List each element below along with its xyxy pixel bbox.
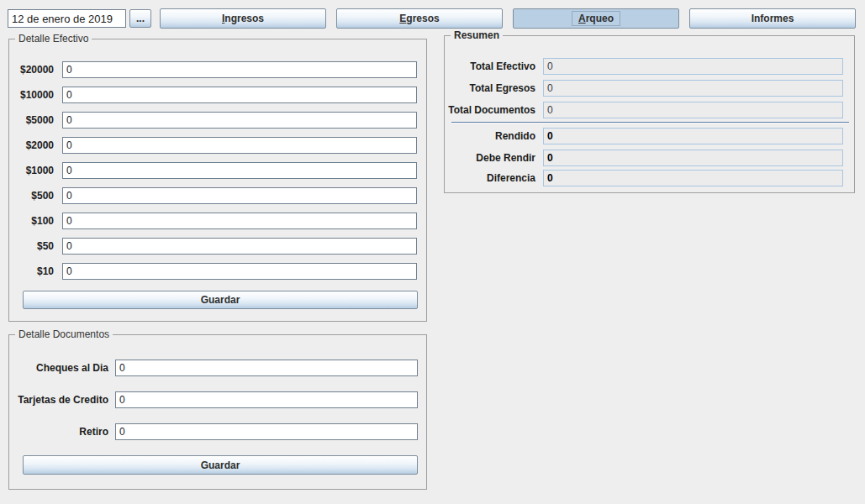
guardar-efectivo-label: Guardar bbox=[201, 294, 240, 306]
diferencia-value: 0 bbox=[543, 170, 843, 186]
nav-ingresos-label: Ingresos bbox=[222, 13, 264, 24]
guardar-documentos-label: Guardar bbox=[201, 459, 240, 471]
denom-1000-label: $1000 bbox=[9, 162, 54, 179]
total-egresos-label: Total Egresos bbox=[445, 80, 535, 97]
denom-500-input[interactable] bbox=[62, 187, 417, 204]
total-documentos-label: Total Documentos bbox=[445, 102, 535, 118]
rendido-label: Rendido bbox=[445, 128, 535, 144]
nav-egresos-label: Egresos bbox=[399, 13, 439, 24]
tarjetas-label: Tarjetas de Credito bbox=[9, 391, 108, 408]
denom-2000-label: $2000 bbox=[9, 137, 54, 154]
detalle-documentos-panel: Detalle Documentos Cheques al Dia Tarjet… bbox=[8, 334, 427, 490]
denom-10000-label: $10000 bbox=[9, 87, 54, 103]
detalle-documentos-title: Detalle Documentos bbox=[15, 328, 113, 340]
denom-10-label: $10 bbox=[9, 263, 54, 280]
total-documentos-value: 0 bbox=[543, 102, 843, 118]
ellipsis-icon: ... bbox=[136, 13, 145, 24]
nav-informes-button[interactable]: Informes bbox=[689, 8, 856, 29]
nav-arqueo-label: Arqueo bbox=[578, 13, 614, 24]
nav-ingresos-button[interactable]: Ingresos bbox=[160, 8, 326, 29]
denom-2000-input[interactable] bbox=[62, 137, 417, 154]
guardar-efectivo-button[interactable]: Guardar bbox=[23, 291, 418, 309]
detalle-efectivo-title: Detalle Efectivo bbox=[15, 33, 92, 45]
total-efectivo-label: Total Efectivo bbox=[445, 58, 535, 75]
date-input[interactable] bbox=[8, 9, 126, 28]
nav-informes-label: Informes bbox=[752, 13, 794, 24]
denom-20000-label: $20000 bbox=[9, 61, 54, 78]
denom-5000-label: $5000 bbox=[9, 112, 54, 129]
resumen-title: Resumen bbox=[451, 29, 503, 41]
debe-rendir-label: Debe Rendir bbox=[445, 150, 535, 166]
guardar-documentos-button[interactable]: Guardar bbox=[23, 455, 418, 475]
nav-egresos-button[interactable]: Egresos bbox=[336, 8, 503, 29]
denom-50-label: $50 bbox=[9, 238, 54, 255]
arqueo-window: ... Ingresos Egresos Arqueo Informes Det… bbox=[0, 0, 865, 504]
focus-rect: Arqueo bbox=[572, 11, 620, 26]
denom-10000-input[interactable] bbox=[62, 87, 417, 103]
denom-10-input[interactable] bbox=[62, 263, 417, 280]
total-egresos-value: 0 bbox=[543, 80, 843, 97]
resumen-separator bbox=[451, 122, 849, 123]
debe-rendir-value: 0 bbox=[543, 150, 843, 166]
retiro-input[interactable] bbox=[115, 423, 418, 440]
cheques-label: Cheques al Dia bbox=[9, 360, 108, 376]
resumen-panel: Resumen Total Efectivo 0 Total Egresos 0… bbox=[444, 35, 855, 193]
denom-100-input[interactable] bbox=[62, 213, 417, 229]
detalle-efectivo-panel: Detalle Efectivo $20000 $10000 $5000 $20… bbox=[8, 39, 427, 322]
retiro-label: Retiro bbox=[9, 423, 108, 440]
cheques-input[interactable] bbox=[115, 360, 418, 376]
diferencia-label: Diferencia bbox=[445, 170, 535, 186]
denom-50-input[interactable] bbox=[62, 238, 417, 255]
denom-100-label: $100 bbox=[9, 213, 54, 229]
denom-5000-input[interactable] bbox=[62, 112, 417, 129]
rendido-value: 0 bbox=[543, 128, 843, 144]
denom-1000-input[interactable] bbox=[62, 162, 417, 179]
date-picker-button[interactable]: ... bbox=[129, 9, 151, 28]
denom-20000-input[interactable] bbox=[62, 61, 417, 78]
total-efectivo-value: 0 bbox=[543, 58, 843, 75]
tarjetas-input[interactable] bbox=[115, 391, 418, 408]
denom-500-label: $500 bbox=[9, 187, 54, 204]
nav-arqueo-button[interactable]: Arqueo bbox=[513, 8, 679, 29]
